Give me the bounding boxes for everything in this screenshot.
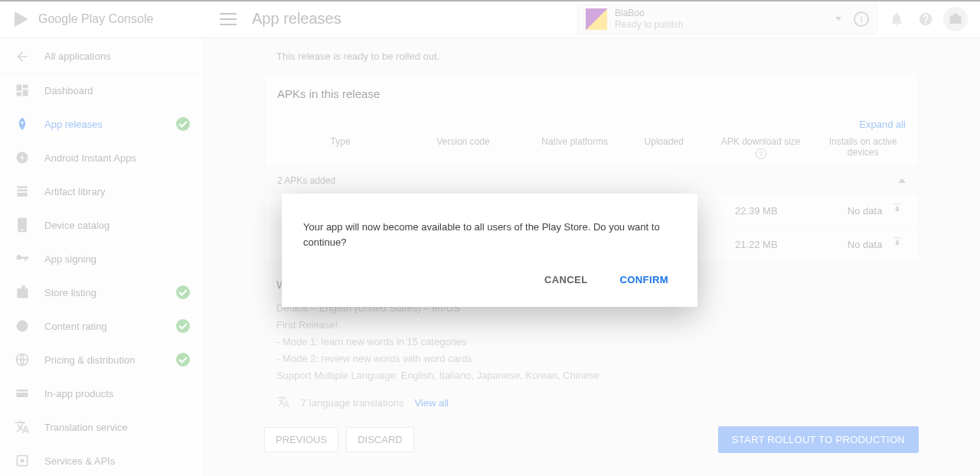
confirm-button[interactable]: CONFIRM: [617, 269, 671, 290]
dialog-message: Your app will now become available to al…: [303, 220, 676, 249]
cancel-button[interactable]: CANCEL: [541, 269, 591, 290]
confirm-dialog: Your app will now become available to al…: [282, 194, 697, 307]
